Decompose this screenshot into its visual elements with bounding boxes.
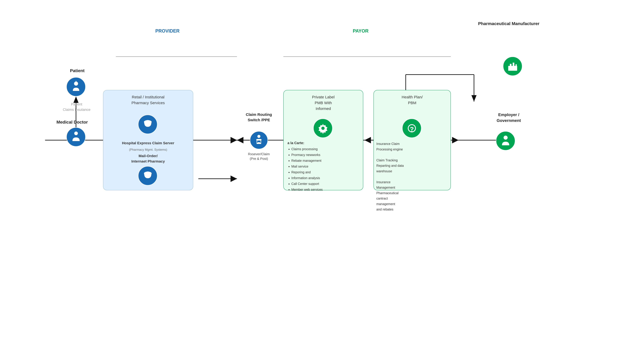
claim-routing-icon	[250, 131, 268, 149]
employer-govt-icon	[496, 131, 515, 151]
svg-point-26	[74, 131, 78, 135]
private-label-box: Private LabelPMB WithInformed a la Carte…	[283, 90, 363, 190]
svg-rect-45	[510, 67, 511, 69]
svg-rect-36	[256, 139, 262, 141]
retail-pharmacy-title: Retail / InstitutionalPharmacy Services	[103, 94, 193, 106]
svg-rect-46	[512, 67, 514, 69]
medical-doctor-icon	[66, 127, 86, 147]
svg-point-47	[504, 136, 508, 140]
pharma-manufacturer-label: Pharmaceutical Manufacturer	[476, 20, 541, 27]
private-label-gear-icon	[313, 119, 332, 138]
health-plan-title: Health Plan/PBM	[374, 94, 450, 106]
mail-order-label: Mail-Order/Internaet Pharmacy	[103, 153, 193, 164]
patient-claims-label: PatientClaims Insutance	[56, 102, 98, 112]
svg-point-35	[257, 135, 260, 138]
svg-marker-7	[237, 137, 244, 143]
svg-rect-24	[75, 82, 77, 82]
hospital-express-label: Hospital Express Claim Server	[103, 140, 193, 146]
svg-marker-18	[472, 95, 476, 102]
provider-section-label: PROVIDER	[142, 28, 193, 34]
payor-section-label: PAYOR	[341, 28, 380, 34]
private-label-list: Claims processing Prormacy newworks Reba…	[288, 146, 360, 192]
pharmacy-icon-bottom	[138, 166, 158, 185]
diagram-container: PROVIDER PAYOR Pharmaceutical Manufactur…	[0, 0, 644, 354]
pharmacy-mgmt-label: (Pharmacy Mgmt. Systems)	[103, 148, 193, 152]
medical-doctor-label: Medical Doctor	[49, 120, 95, 125]
health-plan-box: Health Plan/PBM Insurance ClaimProcessin…	[374, 90, 451, 190]
svg-rect-44	[516, 64, 516, 67]
pharma-manufacturer-icon	[503, 57, 522, 76]
ala-carte-label: a la Carte:	[288, 141, 360, 145]
svg-point-38	[321, 127, 324, 130]
private-label-title: Private LabelPMB WithInformed	[284, 94, 363, 112]
svg-rect-42	[510, 64, 512, 67]
svg-rect-40	[412, 131, 412, 131]
svg-rect-43	[512, 63, 514, 67]
svg-marker-20	[230, 176, 237, 182]
claim-routing-label: Claim RoutingSwitch /PPE	[242, 112, 276, 123]
provider-box: Retail / InstitutionalPharmacy Services …	[103, 90, 193, 190]
svg-marker-13	[452, 137, 458, 143]
employer-govt-label: Employer /Government	[484, 112, 533, 123]
rxsever-label: Rxsever/Claim(Pre & Post)	[242, 152, 276, 161]
svg-marker-4	[230, 137, 237, 143]
svg-marker-12	[364, 137, 371, 143]
svg-rect-28	[74, 139, 78, 139]
patient-icon	[66, 77, 86, 96]
health-plan-icon	[402, 119, 422, 138]
patient-bold-label: Patient	[58, 68, 96, 73]
pharmacy-icon-top	[138, 115, 158, 134]
health-plan-text: Insurance ClaimProcessing engine Claim T…	[376, 141, 448, 212]
